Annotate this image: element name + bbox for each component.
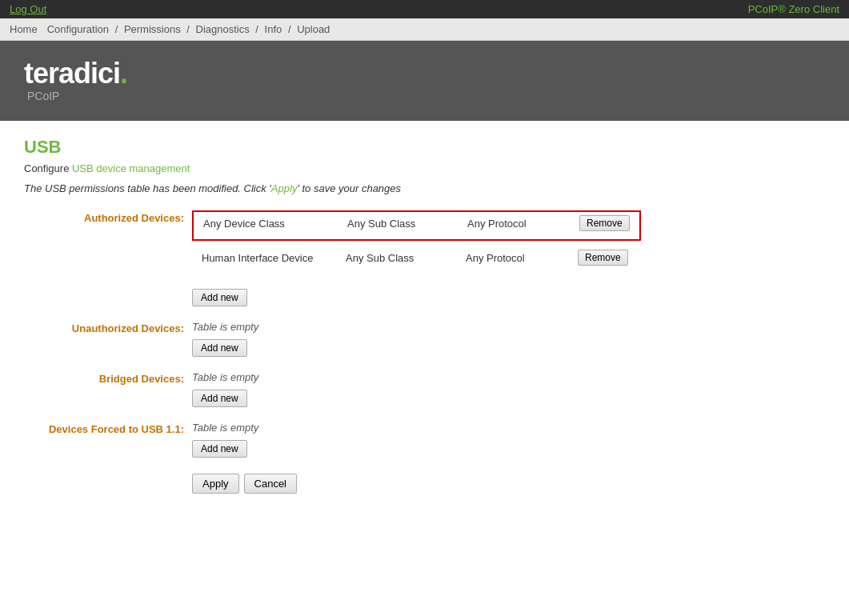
nav-configuration[interactable]: Configuration xyxy=(47,23,109,35)
table-row[interactable]: Any Device Class Any Sub Class Any Proto… xyxy=(194,212,639,234)
apply-button[interactable]: Apply xyxy=(192,474,239,494)
sub-class-cell-2: Any Sub Class xyxy=(336,246,456,269)
logo: teradici. PCoIP xyxy=(24,59,127,102)
apply-reference: Apply xyxy=(271,182,298,194)
usb-management-link[interactable]: USB device management xyxy=(72,162,190,174)
nav-permissions[interactable]: Permissions xyxy=(124,23,181,35)
authorized-devices-table-2: Human Interface Device Any Sub Class Any… xyxy=(192,246,638,269)
bridged-empty-text: Table is empty xyxy=(192,371,819,383)
devices-forced-label: Devices Forced to USB 1.1: xyxy=(24,422,184,435)
unauthorized-devices-label: Unauthorized Devices: xyxy=(24,321,184,334)
sub-class-cell: Any Sub Class xyxy=(338,212,458,234)
nav-diagnostics[interactable]: Diagnostics xyxy=(196,23,250,35)
home-link[interactable]: Home xyxy=(10,23,38,35)
nav-info[interactable]: Info xyxy=(265,23,282,35)
header: teradici. PCoIP xyxy=(0,41,849,121)
configure-text: Configure USB device management xyxy=(24,162,825,174)
bridged-devices-label: Bridged Devices: xyxy=(24,371,184,385)
unauthorized-devices-section: Unauthorized Devices: Table is empty Add… xyxy=(24,321,825,357)
remove-cell-2[interactable]: Remove xyxy=(568,246,638,269)
bridged-devices-section: Bridged Devices: Table is empty Add new xyxy=(24,371,825,407)
devices-forced-add-new-button[interactable]: Add new xyxy=(192,440,247,458)
authorized-devices-table: Any Device Class Any Sub Class Any Proto… xyxy=(194,212,639,234)
unauthorized-devices-content: Table is empty Add new xyxy=(192,321,825,357)
unauthorized-add-new-button[interactable]: Add new xyxy=(192,339,247,357)
bottom-buttons: Apply Cancel xyxy=(192,474,825,494)
dot-icon: . xyxy=(120,57,127,90)
logout-link[interactable]: Log Out xyxy=(10,3,46,15)
devices-forced-empty-text: Table is empty xyxy=(192,422,819,434)
notice-text: The USB permissions table has been modif… xyxy=(24,182,825,194)
authorized-devices-section: Authorized Devices: Any Device Class Any… xyxy=(24,210,825,306)
bridged-add-new-button[interactable]: Add new xyxy=(192,390,247,407)
teradici-wordmark: teradici. xyxy=(24,59,127,88)
device-class-cell: Any Device Class xyxy=(194,212,338,234)
selected-row-border: Any Device Class Any Sub Class Any Proto… xyxy=(192,210,641,241)
main-content: USB Configure USB device management The … xyxy=(0,121,849,510)
authorized-devices-label: Authorized Devices: xyxy=(24,210,184,224)
devices-forced-content: Table is empty Add new xyxy=(192,422,825,458)
top-bar: Log Out PCoIP® Zero Client xyxy=(0,0,849,18)
nav-bar: Home Configuration / Permissions / Diagn… xyxy=(0,18,849,41)
page-title: USB xyxy=(24,137,825,158)
devices-forced-section: Devices Forced to USB 1.1: Table is empt… xyxy=(24,422,825,458)
pcoip-label: PCoIP xyxy=(27,90,59,102)
sep1: / xyxy=(115,23,121,35)
authorized-devices-content: Any Device Class Any Sub Class Any Proto… xyxy=(192,210,825,306)
app-title: PCoIP® Zero Client xyxy=(748,3,839,15)
logout-area[interactable]: Log Out xyxy=(10,3,46,15)
table-row[interactable]: Human Interface Device Any Sub Class Any… xyxy=(192,246,638,269)
protocol-cell-2: Any Protocol xyxy=(456,246,568,269)
device-class-cell-2: Human Interface Device xyxy=(192,246,336,269)
authorized-add-new-button[interactable]: Add new xyxy=(192,289,247,306)
cancel-button[interactable]: Cancel xyxy=(244,474,297,494)
protocol-cell: Any Protocol xyxy=(458,212,570,234)
unauthorized-empty-text: Table is empty xyxy=(192,321,819,333)
nav-links: Configuration / Permissions / Diagnostic… xyxy=(47,23,330,35)
sep3: / xyxy=(255,23,261,35)
sep2: / xyxy=(186,23,192,35)
nav-upload[interactable]: Upload xyxy=(297,23,330,35)
bridged-devices-content: Table is empty Add new xyxy=(192,371,825,407)
remove-cell[interactable]: Remove xyxy=(570,212,639,234)
remove-button-1[interactable]: Remove xyxy=(579,215,630,231)
sep4: / xyxy=(288,23,294,35)
remove-button-2[interactable]: Remove xyxy=(578,250,628,266)
